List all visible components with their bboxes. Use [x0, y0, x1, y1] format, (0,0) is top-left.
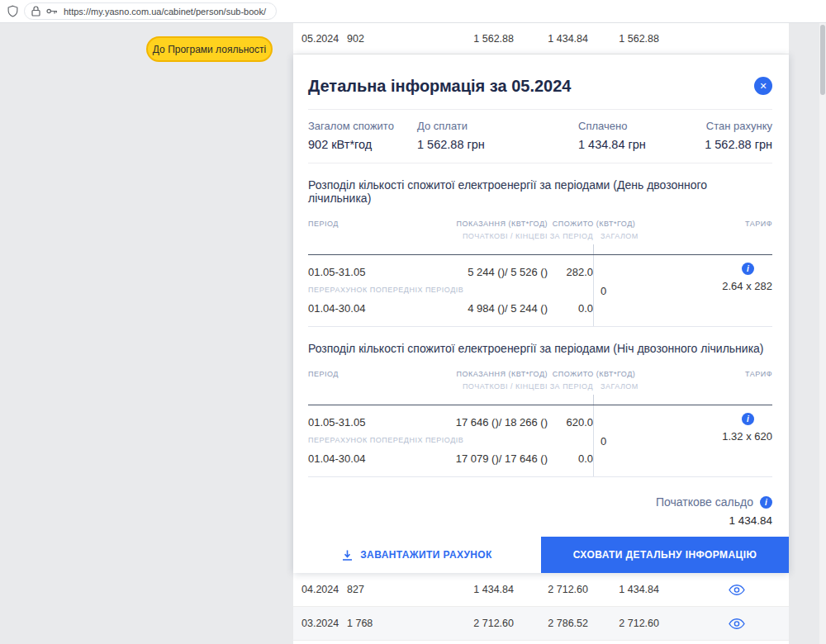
summary-account-state: Стан рахунку 1 562.88 грн	[705, 120, 772, 151]
column-divider	[593, 244, 640, 254]
bill-row-05-2024[interactable]: 05.2024 902 1 562.88 1 434.84 1 562.88	[293, 23, 789, 54]
key-icon[interactable]	[46, 7, 58, 16]
col-subheader-total: ЗАГАЛОМ	[593, 382, 640, 391]
section-day: Розподіл кількості спожитої електроенерг…	[308, 178, 772, 327]
detail-title: Детальна інформація за 05.2024	[308, 76, 571, 96]
col-subheader-readings: ПОЧАТКОВІ / КІНЦЕВІ	[432, 382, 548, 391]
row-period: 01.04-30.04	[308, 298, 432, 326]
info-icon[interactable]: i	[742, 413, 754, 425]
info-icon[interactable]: i	[742, 263, 754, 275]
section-title: Розподіл кількості спожитої електроенерг…	[308, 178, 772, 205]
bill-paid: 2 712.60	[514, 584, 588, 595]
download-invoice-button[interactable]: ЗАВАНТАЖИТИ РАХУНОК	[293, 537, 541, 573]
bill-balance: 2 712.60	[588, 618, 659, 629]
download-label: ЗАВАНТАЖИТИ РАХУНОК	[360, 549, 492, 561]
billing-panel: 05.2024 902 1 562.88 1 434.84 1 562.88 Д…	[293, 23, 789, 644]
column-divider	[593, 395, 640, 405]
col-header-consumed: СПОЖИТО (КВТ*ГОД)	[548, 220, 640, 229]
total-consumed: 0	[593, 255, 640, 326]
summary-to-pay: До сплати 1 562.88 грн	[417, 120, 578, 151]
col-header-period: ПЕРІОД	[308, 220, 432, 229]
opening-balance-label: Початкове сальдо	[656, 495, 753, 509]
eye-icon[interactable]	[729, 585, 745, 595]
page-background: До Програми лояльності 05.2024 902 1 562…	[0, 23, 826, 644]
summary-consumed: Загалом спожито 902 кВт*год	[308, 120, 417, 151]
recalc-label: ПЕРЕРАХУНОК ПОПЕРЕДНІХ ПЕРІОДІВ	[308, 282, 593, 298]
detail-card: Детальна інформація за 05.2024 ✕ Загалом…	[293, 54, 789, 573]
row-period: 01.04-30.04	[308, 448, 432, 476]
detail-actions: ЗАВАНТАЖИТИ РАХУНОК СХОВАТИ ДЕТАЛЬНУ ІНФ…	[293, 537, 789, 573]
scrollbar-thumb[interactable]	[820, 25, 825, 95]
col-header-consumed: СПОЖИТО (КВТ*ГОД)	[548, 370, 640, 379]
summary-paid: Сплачено 1 434.84 грн	[578, 120, 705, 151]
summary-value: 1 434.84 грн	[578, 138, 705, 151]
loyalty-program-button[interactable]: До Програми лояльності	[146, 36, 273, 62]
table-header: ПЕРІОД ПОКАЗАННЯ (КВТ*ГОД) СПОЖИТО (КВТ*…	[308, 220, 772, 255]
bill-to-pay: 1 562.88	[401, 33, 514, 45]
bill-to-pay: 2 712.60	[401, 618, 514, 629]
col-header-period: ПЕРІОД	[308, 370, 432, 379]
total-consumed: 0	[593, 405, 640, 476]
browser-toolbar: https://my.yasno.com.ua/cabinet/person/s…	[0, 0, 826, 23]
bill-balance: 1 562.88	[588, 33, 659, 45]
hide-details-button[interactable]: СХОВАТИ ДЕТАЛЬНУ ІНФОРМАЦІЮ	[541, 537, 789, 573]
bill-month: 05.2024	[301, 33, 347, 45]
bill-paid: 1 434.84	[514, 33, 588, 45]
table-body: 01.05-31.05 17 646 ()/ 18 266 () 620.0 П…	[308, 405, 772, 477]
col-subheader-total: ЗАГАЛОМ	[593, 232, 640, 241]
row-consumed: 0.0	[548, 448, 593, 476]
screenshot-root: { "colors": { "accent_blue": "#2e6bf0", …	[0, 0, 826, 644]
scrollbar-track	[819, 23, 826, 644]
summary-bar: Загалом спожито 902 кВт*год До сплати 1 …	[308, 110, 772, 163]
url-text: https://my.yasno.com.ua/cabinet/person/s…	[64, 7, 266, 17]
bill-balance: 1 434.84	[588, 584, 659, 595]
row-period: 01.05-31.05	[308, 405, 432, 433]
tariff-value: 2.64 x 282	[722, 280, 772, 292]
col-subheader-per-period: ЗА ПЕРІОД	[548, 232, 593, 241]
download-icon	[342, 550, 353, 561]
row-readings: 5 244 ()/ 5 526 ()	[432, 255, 548, 282]
lock-icon[interactable]	[31, 6, 40, 17]
col-subheader-per-period: ЗА ПЕРІОД	[548, 382, 593, 391]
bill-month: 03.2024	[301, 618, 347, 629]
summary-value: 1 562.88 грн	[417, 138, 578, 151]
bill-consumption: 902	[347, 33, 401, 45]
bill-consumption: 827	[347, 584, 401, 595]
tariff-value: 1.32 x 620	[722, 430, 772, 443]
summary-value: 902 кВт*год	[308, 138, 417, 151]
col-subheader-readings: ПОЧАТКОВІ / КІНЦЕВІ	[432, 232, 548, 241]
hide-label: СХОВАТИ ДЕТАЛЬНУ ІНФОРМАЦІЮ	[573, 549, 757, 561]
bill-month: 04.2024	[301, 584, 347, 595]
row-consumed: 620.0	[548, 405, 593, 433]
section-title: Розподіл кількості спожитої електроенерг…	[308, 342, 772, 355]
summary-label: Сплачено	[578, 120, 705, 132]
bill-row-04-2024[interactable]: 04.2024 827 1 434.84 2 712.60 1 434.84	[293, 573, 789, 607]
info-icon[interactable]: i	[760, 496, 772, 509]
bill-consumption: 1 768	[347, 618, 401, 629]
tracking-shield-icon[interactable]	[7, 5, 18, 17]
summary-value: 1 562.88 грн	[705, 138, 772, 151]
bill-to-pay: 1 434.84	[401, 584, 514, 595]
section-night: Розподіл кількості спожитої електроенерг…	[308, 342, 772, 477]
row-period: 01.05-31.05	[308, 255, 432, 282]
close-icon[interactable]: ✕	[754, 77, 772, 95]
row-readings: 17 079 ()/ 17 646 ()	[432, 448, 548, 476]
opening-balance: Початкове сальдо i 1 434.84	[308, 495, 772, 527]
table-body: 01.05-31.05 5 244 ()/ 5 526 () 282.0 ПЕР…	[308, 255, 772, 327]
col-header-tariff: ТАРИФ	[640, 220, 772, 229]
address-bar[interactable]: https://my.yasno.com.ua/cabinet/person/s…	[24, 2, 277, 20]
col-header-readings: ПОКАЗАННЯ (КВТ*ГОД)	[432, 370, 548, 379]
row-consumed: 282.0	[548, 255, 593, 282]
eye-icon[interactable]	[729, 618, 745, 629]
table-header: ПЕРІОД ПОКАЗАННЯ (КВТ*ГОД) СПОЖИТО (КВТ*…	[308, 370, 772, 405]
row-consumed: 0.0	[548, 298, 593, 326]
detail-header: Детальна інформація за 05.2024 ✕	[308, 54, 772, 110]
opening-balance-value: 1 434.84	[729, 514, 772, 527]
col-header-tariff: ТАРИФ	[640, 370, 772, 379]
tariff-cell: i 1.32 x 620	[640, 405, 772, 476]
row-readings: 17 646 ()/ 18 266 ()	[432, 405, 548, 433]
summary-label: Стан рахунку	[705, 120, 772, 132]
bill-row-03-2024[interactable]: 03.2024 1 768 2 712.60 2 786.52 2 712.60	[293, 607, 789, 641]
tariff-cell: i 2.64 x 282	[640, 255, 772, 326]
summary-label: До сплати	[417, 120, 578, 132]
